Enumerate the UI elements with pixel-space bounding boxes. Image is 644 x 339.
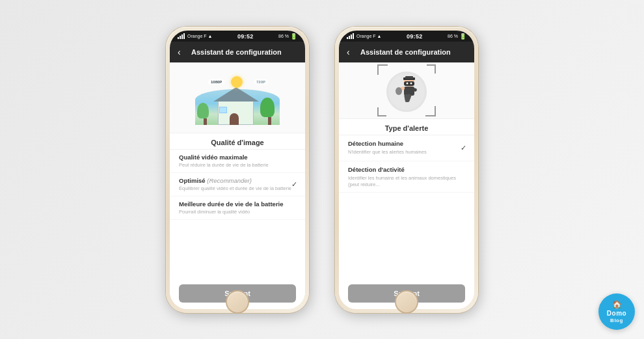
house-roof xyxy=(213,87,259,102)
burglar-area xyxy=(339,62,474,119)
battery-icon-right: 🔋 xyxy=(459,33,466,40)
svg-rect-5 xyxy=(405,76,413,79)
section-title-right: Type d'alerte xyxy=(339,119,474,135)
status-bar-left: Orange F ▲ 09:52 86 % 🔋 xyxy=(170,31,305,42)
option-quality-max-desc: Peut réduire la durée de vie de la batte… xyxy=(179,162,296,169)
option-quality-battery-desc: Pourrait diminuer la qualité vidéo xyxy=(179,209,296,215)
status-right-right: 86 % 🔋 xyxy=(448,33,466,40)
scan-corner-tr xyxy=(427,64,436,74)
option-quality-battery-label: Meilleure durée de vie de la batterie xyxy=(179,200,296,208)
carrier-right: Orange F xyxy=(356,34,376,38)
domo-text-blog: Blog xyxy=(610,318,623,324)
svg-rect-1 xyxy=(404,81,414,86)
status-bar-right: Orange F ▲ 09:52 86 % 🔋 xyxy=(339,31,474,42)
screen-content-left: 1080P 720P Qualité d'image Qualité vidéo… xyxy=(170,62,305,309)
sun-icon xyxy=(231,76,243,88)
burglar-svg xyxy=(391,75,422,109)
phone-left: Orange F ▲ 09:52 86 % 🔋 ‹ Assistant de c… xyxy=(166,27,309,313)
battery-icon-left: 🔋 xyxy=(290,33,297,40)
battery-pct-left: 86 % xyxy=(278,34,289,38)
option-quality-optimise-label: Optimisé (Recommander) xyxy=(179,177,296,185)
phone-right: Orange F ▲ 09:52 86 % 🔋 ‹ Assistant de c… xyxy=(335,27,478,313)
hero-area-left: 1080P 720P xyxy=(170,62,305,133)
wifi-icon-right: ▲ xyxy=(377,34,382,38)
option-detection-activity-label: Détection d'activité xyxy=(348,166,465,174)
nav-title-right: Assistant de configuration xyxy=(355,48,456,56)
page-wrapper: Orange F ▲ 09:52 86 % 🔋 ‹ Assistant de c… xyxy=(0,0,644,339)
signal-icon xyxy=(178,33,185,39)
time-left: 09:52 xyxy=(237,33,254,40)
option-detection-human-label: Détection humaine xyxy=(348,140,465,148)
back-button-left[interactable]: ‹ xyxy=(178,47,181,57)
scan-corner-bl xyxy=(377,107,386,116)
status-left-right: Orange F ▲ xyxy=(347,33,382,39)
nav-bar-right: ‹ Assistant de configuration xyxy=(339,42,474,62)
house-illustration: 1080P 720P xyxy=(195,73,280,125)
wifi-icon: ▲ xyxy=(208,34,213,38)
tree-left xyxy=(202,103,209,125)
time-right: 09:52 xyxy=(407,33,423,40)
option-quality-max-label: Qualité vidéo maximale xyxy=(179,154,296,161)
option-quality-optimise[interactable]: Optimisé (Recommander) Équilibrer qualit… xyxy=(170,173,305,197)
option-detection-activity[interactable]: Détection d'activité Identifier les huma… xyxy=(339,161,474,193)
svg-point-11 xyxy=(396,87,402,95)
signal-icon-right xyxy=(347,33,354,39)
domo-blog-badge: 🏠 Domo Blog xyxy=(598,293,635,330)
home-button-right[interactable] xyxy=(395,290,418,314)
status-left: Orange F ▲ xyxy=(178,33,213,39)
option-detection-human[interactable]: Détection humaine N'identifier que les a… xyxy=(339,135,474,161)
carrier-left: Orange F xyxy=(187,34,207,38)
option-quality-battery[interactable]: Meilleure durée de vie de la batterie Po… xyxy=(170,197,305,220)
phone-right-inner: Orange F ▲ 09:52 86 % 🔋 ‹ Assistant de c… xyxy=(339,31,474,309)
option-detection-human-desc: N'identifier que les alertes humaines xyxy=(348,149,465,156)
burglar-circle xyxy=(386,72,427,112)
option-list-left: Qualité vidéo maximale Peut réduire la d… xyxy=(170,150,305,279)
quality-720p-badge: 720P xyxy=(254,79,268,85)
screen-content-right: Type d'alerte Détection humaine N'identi… xyxy=(339,62,474,309)
option-list-right: Détection humaine N'identifier que les a… xyxy=(339,135,474,279)
svg-point-2 xyxy=(407,82,409,84)
svg-point-3 xyxy=(410,82,412,84)
option-detection-activity-desc: Identifier les humains et les animaux do… xyxy=(348,175,465,188)
battery-pct-right: 86 % xyxy=(448,34,458,38)
tree-right xyxy=(265,98,275,125)
status-right-left: 86 % 🔋 xyxy=(278,33,297,40)
domo-house-icon: 🏠 xyxy=(612,300,622,309)
house-door xyxy=(230,113,239,125)
quality-1080p-badge: 1080P xyxy=(208,79,224,85)
phone-left-inner: Orange F ▲ 09:52 86 % 🔋 ‹ Assistant de c… xyxy=(170,31,305,309)
home-button-left[interactable] xyxy=(226,290,249,314)
house-window xyxy=(219,107,227,113)
option-quality-optimise-desc: Équilibrer qualité vidéo et durée de vie… xyxy=(179,185,296,192)
back-button-right[interactable]: ‹ xyxy=(347,47,350,57)
section-title-left: Qualité d'image xyxy=(170,133,305,150)
nav-bar-left: ‹ Assistant de configuration xyxy=(170,42,305,62)
option-quality-max[interactable]: Qualité vidéo maximale Peut réduire la d… xyxy=(170,150,305,173)
nav-title-left: Assistant de configuration xyxy=(186,48,287,56)
domo-text-domo: Domo xyxy=(607,310,626,318)
